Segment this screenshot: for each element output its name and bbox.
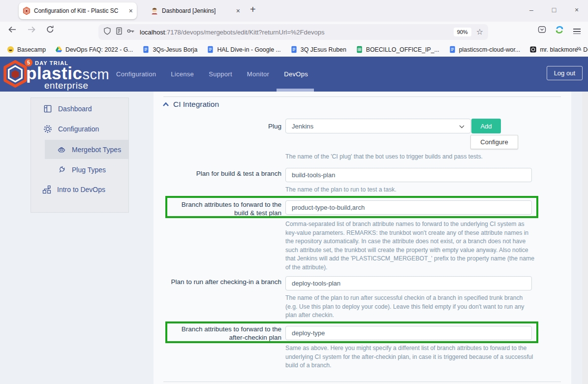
app-header: 5 DAY TRIAL plasticscm enterprise Config…	[0, 57, 588, 92]
after-checkin-attributes-label: Branch attributes to forward to theafter…	[163, 325, 281, 342]
nav-configuration[interactable]: Configuration	[116, 70, 156, 78]
chevron-up-icon	[162, 100, 169, 109]
bookmarks-overflow-chevron-icon[interactable]: »	[577, 43, 581, 53]
brand-name: plasticscm	[26, 64, 109, 82]
jenkins-favicon	[151, 7, 158, 15]
nav-devops[interactable]: DevOps	[284, 70, 308, 78]
tab-jenkins-dashboard[interactable]: Dashboard [Jenkins] ×	[147, 2, 244, 19]
add-plug-button[interactable]: Add	[471, 119, 501, 133]
plug-help-text: The name of the 'CI plug' that the bot u…	[285, 153, 535, 161]
close-button[interactable]: ×	[565, 0, 588, 20]
plasticscm-favicon	[23, 7, 31, 15]
section-divider	[163, 96, 561, 97]
section-divider	[163, 382, 561, 382]
build-test-attributes-label: Branch attributes to forward to thebuild…	[163, 200, 281, 217]
back-icon[interactable]	[8, 26, 17, 35]
plasticscm-logo-icon	[3, 60, 28, 90]
maximize-button[interactable]: □	[543, 0, 565, 20]
after-checkin-plan-help-text: The name of the plan to run after succes…	[285, 294, 535, 320]
robot-icon	[57, 145, 66, 155]
google-docs-icon	[207, 46, 214, 53]
build-test-plan-help-text: The name of the plan to run to test a ta…	[285, 186, 535, 194]
logout-button[interactable]: Log out	[547, 66, 583, 80]
bookmark-hal-dive-in[interactable]: HAL Dive-in - Google ...	[207, 46, 280, 53]
configure-plug-button[interactable]: Configure	[470, 135, 518, 149]
after-checkin-plan-label: Plan to run after checking-in a branch	[163, 278, 281, 286]
plug-select[interactable]: Jenkins	[285, 119, 471, 133]
dark-site-icon	[529, 46, 537, 53]
sidebar-item-dashboard[interactable]: Dashboard	[43, 102, 92, 116]
tab-bar: Configuration of Kitt - Plastic SC × Das…	[0, 0, 588, 22]
browser-window: Configuration of Kitt - Plastic SC × Das…	[0, 0, 588, 384]
build-test-attributes-help-text: Comma-separated list of branch attribute…	[285, 220, 535, 272]
url-path: :7178/devops/mergebots/edit/Kitt?returnU…	[165, 29, 324, 36]
google-docs-icon	[290, 46, 298, 53]
brand-edition: enterprise	[44, 81, 89, 90]
minimize-button[interactable]: –	[520, 0, 543, 20]
after-checkin-attributes-help-text: Same as above. Here you might specify a …	[285, 344, 535, 370]
nav-monitor[interactable]: Monitor	[247, 70, 269, 78]
sidebar-item-mergebot-types[interactable]: Mergebot Types	[57, 143, 121, 157]
sidebar-item-configuration[interactable]: Configuration	[43, 122, 99, 136]
build-test-attributes-input[interactable]	[285, 200, 532, 215]
shield-icon[interactable]	[103, 27, 111, 37]
top-navigation: Configuration License Support Monitor De…	[116, 57, 308, 92]
forward-icon[interactable]	[27, 26, 36, 35]
plug-label: Plug	[163, 122, 281, 130]
window-controls: – □ ×	[520, 0, 588, 20]
tab-close-icon[interactable]: ×	[129, 7, 133, 15]
bookmarks-bar: Basecamp DevOps FAQ: 2022 - G... 3Qs-Jes…	[0, 42, 588, 57]
google-docs-icon	[449, 46, 456, 53]
new-tab-button[interactable]: +	[250, 4, 256, 15]
nav-support[interactable]: Support	[209, 70, 232, 78]
dashboard-icon	[43, 104, 53, 114]
bookmark-3qs-jesus-borja[interactable]: 3Qs-Jesus Borja	[142, 46, 197, 53]
section-title: CI Integration	[173, 100, 219, 109]
basecamp-icon	[7, 46, 14, 53]
page-scrollbar[interactable]	[582, 92, 588, 384]
sync-extension-icon[interactable]	[555, 26, 564, 36]
google-sheets-icon	[356, 46, 363, 53]
tab-plastic-configuration[interactable]: Configuration of Kitt - Plastic SC ×	[19, 2, 137, 19]
plug-icon	[57, 165, 66, 175]
after-checkin-attributes-input[interactable]	[285, 326, 532, 340]
menu-icon[interactable]	[573, 27, 581, 35]
google-docs-icon	[142, 46, 150, 53]
devops-sidebar: Dashboard Configuration Mergebot Types P…	[31, 97, 129, 213]
gear-icon	[43, 124, 53, 134]
url-text: localhost:7178/devops/mergebots/edit/Kit…	[140, 29, 454, 36]
key-icon[interactable]	[126, 27, 135, 37]
select-chevron-down-icon	[459, 123, 464, 130]
tab-title: Configuration of Kitt - Plastic SC	[34, 7, 125, 14]
bookmark-3q-jesus-ruben[interactable]: 3Q JEsus Ruben	[290, 46, 346, 53]
nav-license[interactable]: License	[171, 70, 194, 78]
mergebot-config-panel: CI Integration Plug Jenkins Add Configur…	[154, 92, 571, 384]
sidebar-item-plug-types[interactable]: Plug Types	[57, 163, 106, 177]
bookmark-boecillo-office-ip[interactable]: BOECILLO_OFFICE_IP_...	[356, 46, 439, 53]
tab-close-icon[interactable]: ×	[236, 7, 240, 15]
bookmark-star-icon[interactable]: ☆	[476, 28, 483, 36]
pocket-icon[interactable]	[538, 26, 546, 35]
build-test-plan-label: Plan for build & test a branch	[163, 169, 281, 178]
page-info-icon[interactable]	[116, 27, 123, 37]
google-drive-icon	[55, 46, 62, 53]
bookmark-plasticscm-cloud[interactable]: plasticscm-cloud-wor...	[449, 46, 520, 53]
reload-icon[interactable]	[46, 25, 54, 35]
after-checkin-plan-input[interactable]	[285, 276, 532, 290]
zoom-level-badge[interactable]: 90%	[454, 28, 471, 36]
bookmark-basecamp[interactable]: Basecamp	[7, 46, 46, 53]
address-bar[interactable]: localhost:7178/devops/mergebots/edit/Kit…	[98, 24, 488, 40]
tab-title: Dashboard [Jenkins]	[162, 7, 233, 14]
build-test-plan-input[interactable]	[285, 168, 532, 182]
sitemap-icon	[42, 185, 52, 194]
url-host: localhost	[140, 29, 165, 36]
bookmark-devops-faq[interactable]: DevOps FAQ: 2022 - G...	[55, 46, 133, 53]
ci-integration-section-header[interactable]: CI Integration	[162, 100, 219, 109]
sidebar-item-intro-to-devops[interactable]: Intro to DevOps	[42, 183, 105, 196]
